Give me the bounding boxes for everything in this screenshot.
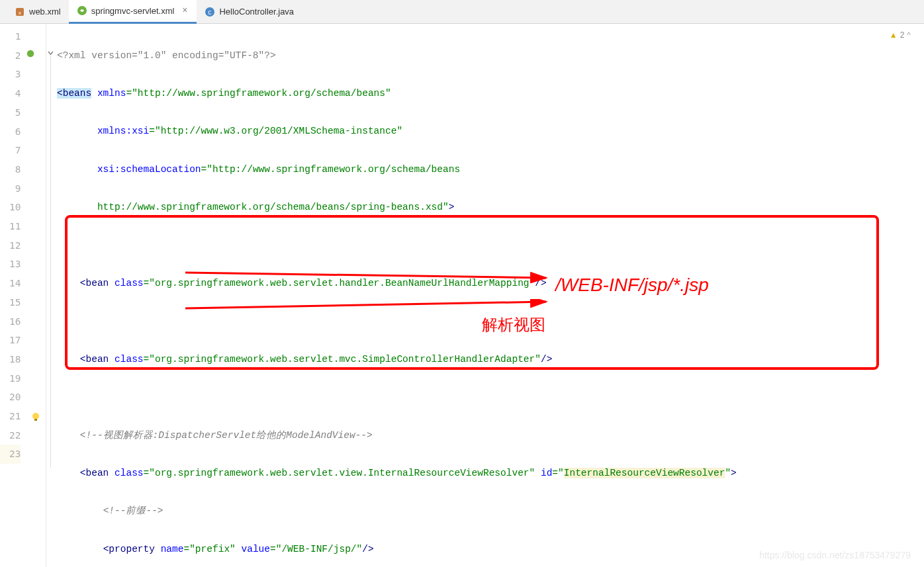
code-line: <beans xmlns="http://www.springframework… <box>56 84 924 103</box>
line-numbers[interactable]: 1 2 3 4 5 6 7 8 9 10 11 12 13 14 15 16 1… <box>0 24 26 567</box>
line-number: 19 <box>0 369 21 388</box>
code-line <box>56 236 924 255</box>
tab-label: web.xml <box>29 7 61 17</box>
line-number: 12 <box>0 236 21 255</box>
warning-count: 2 <box>900 30 905 40</box>
code-line: xsi:schemaLocation="http://www.springfra… <box>56 160 924 179</box>
line-number: 5 <box>0 103 21 122</box>
close-icon[interactable]: × <box>181 7 189 15</box>
gutter-icon-column <box>26 24 46 567</box>
line-number: 1 <box>0 27 21 46</box>
line-number: 7 <box>0 141 21 160</box>
line-number: 23 <box>0 445 21 464</box>
spring-icon <box>77 5 87 16</box>
line-number: 9 <box>0 179 21 198</box>
line-number: 6 <box>0 122 21 142</box>
class-icon: C <box>205 7 215 17</box>
svg-point-5 <box>27 50 34 57</box>
tab-hellocontroller[interactable]: C HelloController.java <box>197 0 302 24</box>
code-line: <bean class="org.springframework.web.ser… <box>56 464 924 483</box>
intention-bulb-icon[interactable] <box>30 412 41 422</box>
tab-springmvc-servlet[interactable]: springmvc-servlet.xml × <box>69 0 197 24</box>
fold-bar <box>46 24 56 567</box>
code-line: <!--前缀--> <box>56 502 924 521</box>
code-line: http://www.springframework.org/schema/be… <box>56 198 924 217</box>
line-number: 20 <box>0 388 21 407</box>
tab-label: springmvc-servlet.xml <box>91 6 175 16</box>
code-line: <bean class="org.springframework.web.ser… <box>56 350 924 369</box>
editor-container: 1 2 3 4 5 6 7 8 9 10 11 12 13 14 15 16 1… <box>0 24 924 567</box>
code-line <box>56 312 924 331</box>
line-number: 17 <box>0 331 21 350</box>
tab-label: HelloController.java <box>219 7 294 17</box>
line-number: 8 <box>0 160 21 179</box>
line-number: 11 <box>0 217 21 236</box>
line-number: 15 <box>0 293 21 312</box>
fold-collapse-icon[interactable] <box>47 49 54 56</box>
code-line: <bean class="org.springframework.web.ser… <box>56 274 924 293</box>
editor-tabs: x web.xml springmvc-servlet.xml × C Hell… <box>0 0 924 24</box>
inspection-summary[interactable]: ▲ 2 ^ <box>890 30 911 40</box>
svg-text:x: x <box>19 10 22 16</box>
line-number: 3 <box>0 65 21 84</box>
code-line <box>56 388 924 407</box>
gutter: 1 2 3 4 5 6 7 8 9 10 11 12 13 14 15 16 1… <box>0 24 46 567</box>
line-number: 18 <box>0 350 21 369</box>
line-number: 16 <box>0 312 21 331</box>
code-line: xmlns:xsi="http://www.w3.org/2001/XMLSch… <box>56 122 924 141</box>
line-number: 14 <box>0 274 21 293</box>
fold-guide-line <box>50 54 51 468</box>
line-number: 2 <box>0 46 21 65</box>
line-number: 22 <box>0 426 21 445</box>
watermark-text: https://blog.csdn.net/zs18753479279 <box>759 550 911 560</box>
line-number: 4 <box>0 84 21 103</box>
line-number: 21 <box>0 407 21 426</box>
warning-icon: ▲ <box>890 30 898 40</box>
svg-point-8 <box>32 413 39 419</box>
code-editor[interactable]: <?xml version="1.0" encoding="UTF-8"?> <… <box>56 24 924 567</box>
code-line: <!--视图解析器:DispatcherServlet给他的ModelAndVi… <box>56 426 924 445</box>
code-line: <?xml version="1.0" encoding="UTF-8"?> <box>56 46 924 65</box>
spring-bean-gutter-icon[interactable] <box>26 46 46 65</box>
svg-text:C: C <box>208 10 212 17</box>
svg-rect-9 <box>34 419 37 421</box>
line-number: 10 <box>0 198 21 217</box>
line-number: 13 <box>0 255 21 274</box>
xml-icon: x <box>15 7 25 17</box>
tab-web-xml[interactable]: x web.xml <box>7 0 69 24</box>
chevron-up-icon: ^ <box>907 30 911 40</box>
